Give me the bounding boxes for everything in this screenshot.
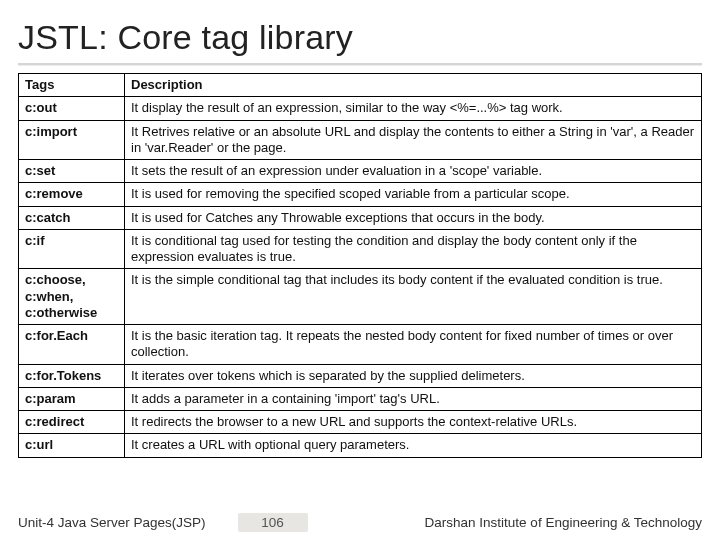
header-tags: Tags <box>19 74 125 97</box>
footer-unit: Unit-4 Java Server Pages(JSP) <box>18 515 206 530</box>
table-row: c:for.TokensIt iterates over tokens whic… <box>19 364 702 387</box>
slide-title: JSTL: Core tag library <box>18 18 702 57</box>
tag-cell: c:param <box>19 387 125 410</box>
desc-cell: It display the result of an expression, … <box>125 97 702 120</box>
footer: Unit-4 Java Server Pages(JSP) 106 Darsha… <box>0 513 720 532</box>
desc-cell: It iterates over tokens which is separat… <box>125 364 702 387</box>
footer-institute: Darshan Institute of Engineering & Techn… <box>340 515 702 530</box>
desc-cell: It sets the result of an expression unde… <box>125 160 702 183</box>
desc-cell: It is the simple conditional tag that in… <box>125 269 702 325</box>
footer-page-number: 106 <box>238 513 308 532</box>
desc-cell: It creates a URL with optional query par… <box>125 434 702 457</box>
tag-table-body: Tags Description c:outIt display the res… <box>19 74 702 458</box>
tag-cell: c:set <box>19 160 125 183</box>
tag-cell: c:url <box>19 434 125 457</box>
tag-cell: c:if <box>19 229 125 269</box>
table-row: c:importIt Retrives relative or an absol… <box>19 120 702 160</box>
title-underline <box>18 63 702 65</box>
desc-cell: It is the basic iteration tag. It repeat… <box>125 325 702 365</box>
table-row: c:setIt sets the result of an expression… <box>19 160 702 183</box>
table-row: c:urlIt creates a URL with optional quer… <box>19 434 702 457</box>
table-row: c:removeIt is used for removing the spec… <box>19 183 702 206</box>
tag-cell: c:out <box>19 97 125 120</box>
tag-cell: c:for.Tokens <box>19 364 125 387</box>
tag-table: Tags Description c:outIt display the res… <box>18 73 702 458</box>
tag-cell: c:catch <box>19 206 125 229</box>
table-row: c:for.EachIt is the basic iteration tag.… <box>19 325 702 365</box>
header-desc: Description <box>125 74 702 97</box>
table-row: c:paramIt adds a parameter in a containi… <box>19 387 702 410</box>
table-row: c:choose, c:when, c:otherwiseIt is the s… <box>19 269 702 325</box>
desc-cell: It redirects the browser to a new URL an… <box>125 411 702 434</box>
desc-cell: It is used for removing the specified sc… <box>125 183 702 206</box>
table-header-row: Tags Description <box>19 74 702 97</box>
desc-cell: It is used for Catches any Throwable exc… <box>125 206 702 229</box>
table-row: c:outIt display the result of an express… <box>19 97 702 120</box>
desc-cell: It is conditional tag used for testing t… <box>125 229 702 269</box>
desc-cell: It Retrives relative or an absolute URL … <box>125 120 702 160</box>
slide: JSTL: Core tag library Tags Description … <box>0 0 720 540</box>
table-row: c:catchIt is used for Catches any Throwa… <box>19 206 702 229</box>
tag-cell: c:remove <box>19 183 125 206</box>
table-row: c:redirectIt redirects the browser to a … <box>19 411 702 434</box>
table-row: c:ifIt is conditional tag used for testi… <box>19 229 702 269</box>
tag-cell: c:redirect <box>19 411 125 434</box>
tag-cell: c:import <box>19 120 125 160</box>
tag-cell: c:choose, c:when, c:otherwise <box>19 269 125 325</box>
tag-cell: c:for.Each <box>19 325 125 365</box>
desc-cell: It adds a parameter in a containing 'imp… <box>125 387 702 410</box>
